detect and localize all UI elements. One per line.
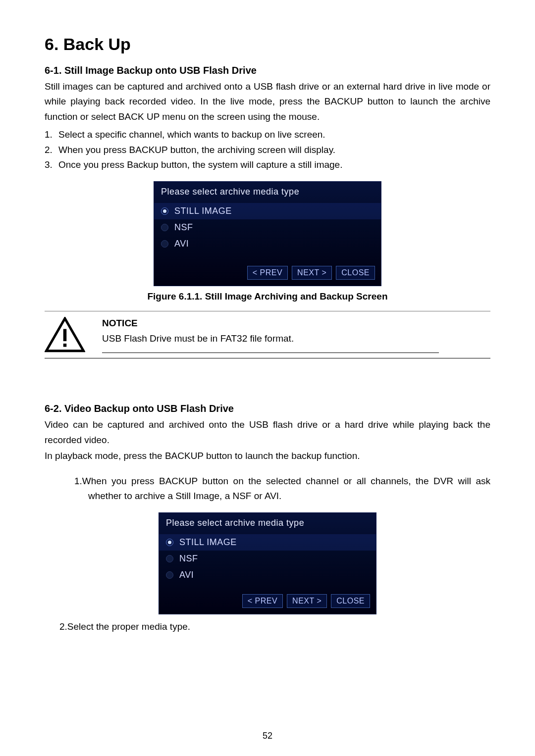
- list-item: 2.Select the proper media type.: [59, 619, 490, 634]
- option-nsf[interactable]: NSF: [159, 551, 376, 567]
- radio-icon: [166, 571, 173, 579]
- close-button[interactable]: CLOSE: [336, 266, 375, 280]
- svg-rect-2: [63, 344, 67, 347]
- radio-selected-icon: [161, 207, 168, 215]
- option-label: NSF: [174, 222, 193, 233]
- option-still-image[interactable]: STILL IMAGE: [159, 534, 376, 551]
- chapter-heading: 6. Back Up: [45, 35, 490, 54]
- chapter-number: 6.: [45, 35, 58, 53]
- option-label: STILL IMAGE: [174, 206, 232, 216]
- list-item: 1.Select a specific channel, which wants…: [45, 127, 490, 142]
- option-avi[interactable]: AVI: [154, 236, 381, 252]
- list-item: 2.When you press BACKUP button, the arch…: [45, 143, 490, 157]
- radio-icon: [166, 555, 173, 562]
- close-button[interactable]: CLOSE: [331, 594, 370, 608]
- section-6-1-heading: 6-1. Still Image Backup onto USB Flash D…: [45, 65, 490, 76]
- page-number: 52: [0, 731, 535, 741]
- next-button[interactable]: NEXT >: [292, 266, 332, 280]
- section-6-2-steps-cont: 2.Select the proper media type.: [45, 619, 490, 634]
- section-6-2-steps: 1.When you press BACKUP button on the se…: [45, 474, 490, 504]
- archive-dialog: Please select archive media type STILL I…: [154, 181, 381, 286]
- dialog-button-row: < PREV NEXT > CLOSE: [154, 252, 381, 286]
- prev-button[interactable]: < PREV: [242, 594, 283, 608]
- svg-rect-1: [63, 329, 67, 342]
- warning-icon: [45, 317, 85, 353]
- dialog-button-row: < PREV NEXT > CLOSE: [159, 583, 376, 614]
- figure-caption: Figure 6.1.1. Still Image Archiving and …: [45, 291, 490, 302]
- notice-heading: NOTICE: [102, 316, 439, 331]
- notice-text: NOTICE USB Flash Drive must be in FAT32 …: [102, 316, 439, 353]
- option-nsf[interactable]: NSF: [154, 219, 381, 236]
- next-button[interactable]: NEXT >: [287, 594, 327, 608]
- option-label: STILL IMAGE: [179, 537, 237, 548]
- option-avi[interactable]: AVI: [159, 567, 376, 583]
- radio-selected-icon: [166, 539, 173, 546]
- notice-body: USB Flash Drive must be in FAT32 file fo…: [102, 333, 294, 344]
- radio-icon: [161, 224, 168, 231]
- radio-icon: [161, 240, 168, 248]
- list-item: 1.When you press BACKUP button on the se…: [74, 474, 490, 504]
- section-6-2-intro2: In playback mode, press the BACKUP butto…: [45, 449, 490, 463]
- option-still-image[interactable]: STILL IMAGE: [154, 203, 381, 219]
- dialog-title: Please select archive media type: [154, 182, 381, 203]
- section-6-1-intro: Still images can be captured and archive…: [45, 79, 490, 124]
- prev-button[interactable]: < PREV: [247, 266, 288, 280]
- option-label: AVI: [174, 239, 189, 249]
- section-6-2-heading: 6-2. Video Backup onto USB Flash Drive: [45, 403, 490, 414]
- option-label: NSF: [179, 554, 198, 564]
- archive-dialog-2: Please select archive media type STILL I…: [159, 512, 376, 614]
- dialog-title: Please select archive media type: [159, 513, 376, 534]
- chapter-title: Back Up: [63, 35, 131, 53]
- option-label: AVI: [179, 570, 194, 580]
- section-6-1-steps: 1.Select a specific channel, which wants…: [45, 127, 490, 172]
- list-item: 3.Once you press Backup button, the syst…: [45, 157, 490, 172]
- notice-block: NOTICE USB Flash Drive must be in FAT32 …: [45, 311, 490, 358]
- section-6-2-intro1: Video can be captured and archived onto …: [45, 417, 490, 448]
